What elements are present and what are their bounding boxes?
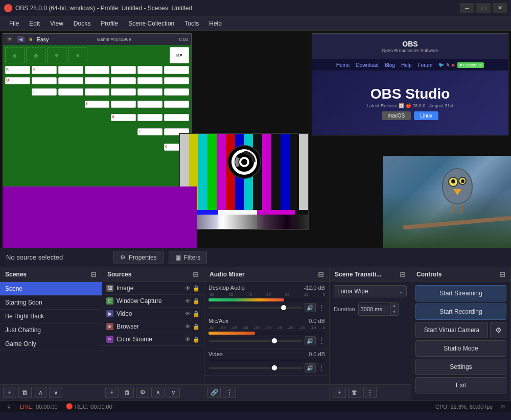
video-visibility-icon[interactable]: 👁 [185, 311, 191, 317]
latest-release-label: Latest Release 🪟 🍎 28.0.0 - August 31st [367, 103, 454, 108]
mic-aux-mute-button[interactable]: 🔊 [305, 336, 316, 345]
resize-icon: ⊞ [501, 404, 505, 409]
window-lock-icon[interactable]: 🔒 [193, 298, 200, 305]
window-visibility-icon[interactable]: 👁 [185, 298, 191, 305]
audio-mixer-title: Audio Mixer [210, 271, 245, 278]
desktop-audio-menu-button[interactable]: ⋮ [318, 304, 325, 312]
browser-visibility-icon[interactable]: 👁 [185, 323, 191, 330]
source-settings-button[interactable]: ⚙ [136, 387, 149, 398]
browser-lock-icon[interactable]: 🔒 [193, 323, 200, 330]
duration-input[interactable] [359, 305, 389, 314]
move-source-up-button[interactable]: ∧ [151, 387, 165, 398]
scene-item-starting-soon[interactable]: Starting Soon [0, 296, 102, 310]
source-item-color-source[interactable]: ✏ Color Source 👁 🔒 [102, 333, 204, 346]
remove-source-button[interactable]: 🗑 [121, 387, 134, 398]
source-item-image[interactable]: 🖼 Image 👁 🔒 [102, 282, 204, 295]
scene-item-just-chatting[interactable]: Just Chatting [0, 323, 102, 337]
image-lock-icon[interactable]: 🔒 [193, 285, 200, 292]
add-source-button[interactable]: + [105, 387, 119, 398]
duration-label: Duration [334, 306, 355, 312]
scene-item-be-right-back[interactable]: Be Right Back [0, 310, 102, 323]
menu-profile[interactable]: Profile [96, 18, 123, 29]
audio-mixer-menu-button[interactable]: ⋮ [223, 387, 236, 398]
sources-panel-collapse-icon[interactable]: ⊟ [193, 270, 199, 278]
macos-btn[interactable]: macOS [382, 111, 411, 120]
video-lock-icon[interactable]: 🔒 [193, 311, 200, 317]
maximize-button[interactable]: □ [476, 3, 491, 13]
close-button[interactable]: ✕ [493, 3, 507, 13]
mic-aux-menu-button[interactable]: ⋮ [318, 337, 325, 345]
controls-panel-title: Controls [416, 271, 442, 278]
game-window: ≡ ◀ ♛ Easy Game #4041969 0:00 ♠ ♣ ♥ ♦ K♥… [3, 33, 192, 186]
minimize-button[interactable]: ─ [460, 3, 474, 13]
mic-aux-meter [208, 332, 325, 335]
menu-scene-collection[interactable]: Scene Collection [123, 18, 179, 29]
virtual-camera-settings-button[interactable]: ⚙ [490, 322, 506, 338]
video-audio-slider[interactable] [208, 367, 303, 369]
start-virtual-camera-button[interactable]: Start Virtual Camera [415, 322, 488, 338]
color-lock-icon[interactable]: 🔒 [193, 336, 200, 343]
transition-select[interactable]: Luma Wipe Cut Fade Swipe [334, 285, 407, 297]
image-visibility-icon[interactable]: 👁 [185, 285, 191, 292]
desktop-audio-slider[interactable] [208, 307, 303, 309]
source-item-browser[interactable]: ⊕ Browser 👁 🔒 [102, 320, 204, 333]
remove-scene-button[interactable]: 🗑 [18, 387, 32, 398]
menu-file[interactable]: File [4, 18, 24, 29]
linux-btn[interactable]: Linux [414, 111, 438, 120]
menu-docks[interactable]: Docks [68, 18, 96, 29]
settings-button[interactable]: Settings [415, 359, 506, 375]
source-status-bar: No source selected ⚙ Properties ▦ Filter… [0, 248, 511, 267]
cpu-status: CPU: 22.3%, 60.00 fps [435, 404, 493, 410]
scenes-panel-header: Scenes ⊟ [0, 267, 102, 282]
video-audio-meter [208, 359, 325, 362]
obs-logo-text: OBS [402, 40, 417, 48]
move-source-down-button[interactable]: ∨ [167, 387, 180, 398]
source-item-video[interactable]: ▶ Video 👁 🔒 [102, 308, 204, 320]
scene-item-game-only[interactable]: Game Only [0, 337, 102, 351]
duration-row: Duration ▲ ▼ [330, 300, 411, 318]
start-recording-button[interactable]: Start Recording [415, 304, 506, 320]
svg-point-4 [241, 159, 247, 165]
cpu-label: CPU: 22.3%, 60.00 fps [435, 404, 493, 410]
menu-view[interactable]: View [45, 18, 68, 29]
add-scene-button[interactable]: + [3, 387, 16, 398]
properties-button[interactable]: ⚙ Properties [113, 251, 164, 264]
record-status: 🔴 REC: 00:00:00 [66, 403, 112, 410]
source-item-window-capture[interactable]: ⊡ Window Capture 👁 🔒 [102, 295, 204, 308]
video-audio-db: 0.0 dB [309, 351, 325, 357]
browser-source-icon: ⊕ [106, 323, 113, 330]
move-scene-down-button[interactable]: ∨ [49, 387, 62, 398]
start-streaming-button[interactable]: Start Streaming [415, 285, 506, 301]
scenes-panel-collapse-icon[interactable]: ⊟ [90, 270, 97, 278]
scene-item-scene[interactable]: Scene [0, 282, 102, 296]
video-audio-slider-thumb [272, 365, 277, 370]
remove-transition-button[interactable]: 🗑 [348, 387, 361, 398]
audio-mixer-link-button[interactable]: 🔗 [207, 387, 221, 398]
menu-edit[interactable]: Edit [24, 18, 45, 29]
sources-panel: Sources ⊟ 🖼 Image 👁 🔒 ⊡ Window Capture 👁… [102, 267, 204, 400]
mic-aux-slider[interactable] [208, 340, 303, 342]
add-transition-button[interactable]: + [333, 387, 346, 398]
duration-up-button[interactable]: ▲ [391, 303, 398, 309]
move-scene-up-button[interactable]: ∧ [34, 387, 47, 398]
menu-help[interactable]: Help [204, 18, 227, 29]
menu-tools[interactable]: Tools [179, 18, 204, 29]
desktop-audio-channel: Desktop Audio -12.0 dB -60-55-45-35-25-1… [204, 282, 329, 315]
video-audio-mute-button[interactable]: 🔊 [305, 363, 316, 372]
transitions-panel-collapse-icon[interactable]: ⊟ [400, 270, 406, 278]
color-visibility-icon[interactable]: 👁 [185, 336, 191, 343]
controls-panel-collapse-icon[interactable]: ⊟ [499, 270, 505, 278]
filters-button[interactable]: ▦ Filters [169, 251, 207, 264]
mic-aux-slider-thumb [272, 338, 277, 343]
transition-menu-button[interactable]: ⋮ [363, 387, 377, 398]
video-audio-menu-button[interactable]: ⋮ [318, 364, 325, 372]
svg-point-0 [6, 6, 10, 10]
studio-mode-button[interactable]: Studio Mode [415, 340, 506, 357]
video-source-icon: ▶ [106, 310, 113, 317]
live-time: 00:00:00 [36, 404, 58, 410]
duration-down-button[interactable]: ▼ [391, 309, 398, 315]
audio-mixer-collapse-icon[interactable]: ⊟ [318, 270, 324, 278]
desktop-audio-mute-button[interactable]: 🔊 [305, 303, 316, 312]
exit-button[interactable]: Exit [415, 377, 506, 393]
live-status: LIVE: 00:00:00 [20, 404, 58, 410]
